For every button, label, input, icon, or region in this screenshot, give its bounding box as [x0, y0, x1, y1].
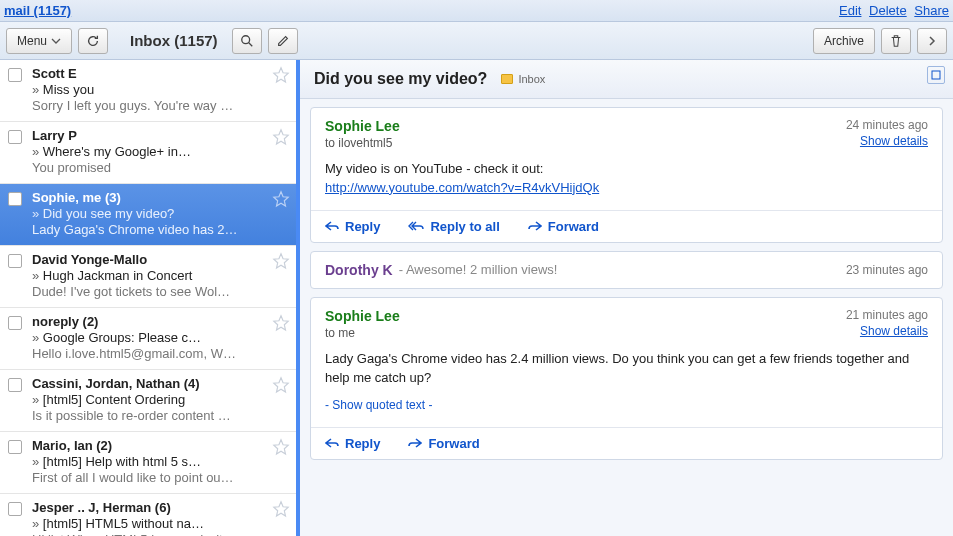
- sender: Sophie, me (3): [32, 190, 268, 205]
- trash-button[interactable]: [881, 28, 911, 54]
- expand-icon: [931, 70, 941, 80]
- message-actions: Reply Forward: [311, 427, 942, 459]
- list-item[interactable]: Jesper .. J, Herman (6)» [html5] HTML5 w…: [0, 494, 296, 536]
- message-from[interactable]: Sophie Lee: [325, 308, 400, 324]
- list-item[interactable]: Cassini, Jordan, Nathan (4)» [html5] Con…: [0, 370, 296, 432]
- list-item[interactable]: Sophie, me (3)» Did you see my video?Lad…: [0, 184, 296, 246]
- message-time: 21 minutes ago: [846, 308, 928, 322]
- message-to: to me: [325, 326, 400, 340]
- sender: Jesper .. J, Herman (6): [32, 500, 268, 515]
- collapsed-time: 23 minutes ago: [846, 263, 928, 277]
- body-text: Lady Gaga's Chrome video has 2.4 million…: [325, 351, 909, 385]
- youtube-link[interactable]: http://www.youtube.com/watch?v=R4vkVHijd…: [325, 180, 599, 195]
- share-link[interactable]: Share: [914, 3, 949, 18]
- subject-line: » [html5] Help with html 5 s…: [32, 454, 268, 469]
- checkbox[interactable]: [8, 440, 22, 454]
- svg-point-0: [242, 35, 250, 43]
- chevron-right-icon: [927, 34, 937, 48]
- delete-link[interactable]: Delete: [869, 3, 907, 18]
- message-from[interactable]: Sophie Lee: [325, 118, 400, 134]
- conversation-pane[interactable]: Did you see my video? Inbox Sophie Lee t…: [300, 60, 953, 536]
- checkbox[interactable]: [8, 130, 22, 144]
- menu-label: Menu: [17, 34, 47, 48]
- reply-icon: [325, 437, 339, 449]
- message-card: Sophie Lee to me 21 minutes ago Show det…: [310, 297, 943, 460]
- collapsed-from: Dorothy K: [325, 262, 393, 278]
- message-body: Lady Gaga's Chrome video has 2.4 million…: [311, 344, 942, 427]
- chevron-down-icon: [51, 36, 61, 46]
- checkbox[interactable]: [8, 502, 22, 516]
- edit-link[interactable]: Edit: [839, 3, 861, 18]
- list-item[interactable]: Scott E» Miss youSorry I left you guys. …: [0, 60, 296, 122]
- app-topbar: mail (1157) Edit Delete Share: [0, 0, 953, 22]
- show-quoted-link[interactable]: - Show quoted text -: [325, 397, 928, 414]
- forward-button[interactable]: Forward: [528, 219, 599, 234]
- star-button[interactable]: [272, 66, 290, 113]
- list-item[interactable]: Mario, Ian (2)» [html5] Help with html 5…: [0, 432, 296, 494]
- list-item[interactable]: noreply (2)» Google Groups: Please c…Hel…: [0, 308, 296, 370]
- subject-line: » Did you see my video?: [32, 206, 268, 221]
- folder-label[interactable]: Inbox: [501, 73, 545, 85]
- star-button[interactable]: [272, 376, 290, 423]
- star-button[interactable]: [272, 128, 290, 175]
- checkbox[interactable]: [8, 316, 22, 330]
- show-details-link[interactable]: Show details: [846, 324, 928, 338]
- checkbox[interactable]: [8, 378, 22, 392]
- refresh-icon: [86, 34, 100, 48]
- subject-line: » Miss you: [32, 82, 268, 97]
- checkbox[interactable]: [8, 68, 22, 82]
- reply-icon: [325, 220, 339, 232]
- reply-all-icon: [408, 220, 424, 232]
- trash-icon: [889, 34, 903, 48]
- conversation-subject: Did you see my video?: [314, 70, 487, 88]
- snippet: You promised: [32, 160, 268, 175]
- forward-icon: [408, 437, 422, 449]
- tag-icon: [501, 74, 513, 84]
- forward-button[interactable]: Forward: [408, 436, 479, 451]
- message-card: Sophie Lee to ilovehtml5 24 minutes ago …: [310, 107, 943, 243]
- sender: noreply (2): [32, 314, 268, 329]
- star-button[interactable]: [272, 252, 290, 299]
- reply-button[interactable]: Reply: [325, 219, 380, 234]
- checkbox[interactable]: [8, 192, 22, 206]
- star-button[interactable]: [272, 438, 290, 485]
- app-title[interactable]: mail (1157): [4, 3, 71, 18]
- svg-rect-1: [932, 71, 940, 79]
- sender: Mario, Ian (2): [32, 438, 268, 453]
- archive-button[interactable]: Archive: [813, 28, 875, 54]
- message-actions: Reply Reply to all Forward: [311, 210, 942, 242]
- menu-button[interactable]: Menu: [6, 28, 72, 54]
- collapsed-message[interactable]: Dorothy K - Awesome! 2 million views! 23…: [310, 251, 943, 289]
- snippet: Hi list When HTML5 is served wit…: [32, 532, 268, 536]
- subject-line: » [html5] Content Ordering: [32, 392, 268, 407]
- expand-button[interactable]: [927, 66, 945, 84]
- snippet: Dude! I've got tickets to see Wol…: [32, 284, 268, 299]
- compose-button[interactable]: [268, 28, 298, 54]
- snippet: Lady Gaga's Chrome video has 2…: [32, 222, 268, 237]
- reply-all-button[interactable]: Reply to all: [408, 219, 499, 234]
- checkbox[interactable]: [8, 254, 22, 268]
- body-text: My video is on YouTube - check it out:: [325, 161, 543, 176]
- subject-line: » Where's my Google+ in…: [32, 144, 268, 159]
- show-details-link[interactable]: Show details: [846, 134, 928, 148]
- star-button[interactable]: [272, 190, 290, 237]
- message-to: to ilovehtml5: [325, 136, 400, 150]
- list-item[interactable]: David Yonge-Mallo» Hugh Jackman in Conce…: [0, 246, 296, 308]
- refresh-button[interactable]: [78, 28, 108, 54]
- message-list[interactable]: Scott E» Miss youSorry I left you guys. …: [0, 60, 300, 536]
- folder-title: Inbox (1157): [130, 32, 218, 49]
- subject-line: » Google Groups: Please c…: [32, 330, 268, 345]
- star-button[interactable]: [272, 500, 290, 536]
- star-button[interactable]: [272, 314, 290, 361]
- label-text: Inbox: [518, 73, 545, 85]
- list-item[interactable]: Larry P» Where's my Google+ in…You promi…: [0, 122, 296, 184]
- search-button[interactable]: [232, 28, 262, 54]
- compose-icon: [276, 34, 290, 48]
- topbar-links: Edit Delete Share: [835, 3, 949, 18]
- more-button[interactable]: [917, 28, 947, 54]
- message-time: 24 minutes ago: [846, 118, 928, 132]
- snippet: Is it possible to re-order content …: [32, 408, 268, 423]
- sender: Larry P: [32, 128, 268, 143]
- reply-button[interactable]: Reply: [325, 436, 380, 451]
- conversation-header: Did you see my video? Inbox: [300, 60, 953, 99]
